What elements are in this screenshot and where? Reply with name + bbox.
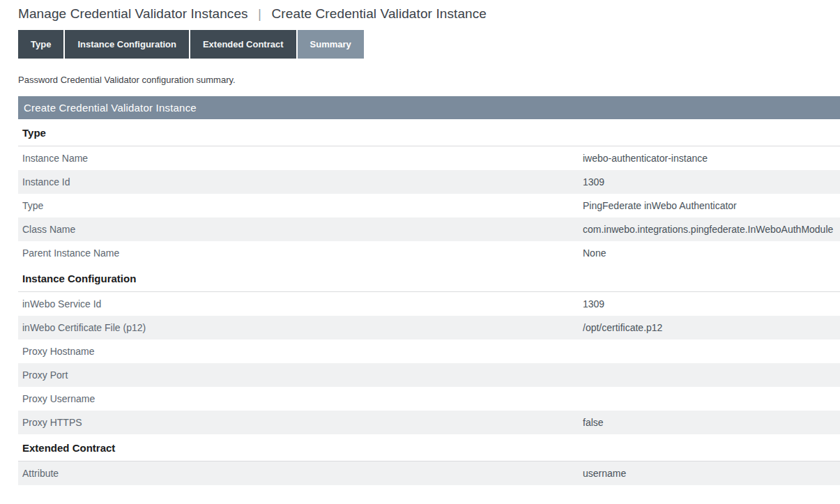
row-value: 1309 — [583, 176, 840, 188]
summary-description: Password Credential Validator configurat… — [18, 75, 840, 85]
wizard-tabs: TypeInstance ConfigurationExtended Contr… — [18, 30, 840, 59]
tab-summary[interactable]: Summary — [298, 30, 364, 59]
table-row: inWebo Service Id1309 — [18, 292, 840, 316]
row-label: Parent Instance Name — [18, 247, 583, 259]
table-row: Class Namecom.inwebo.integrations.pingfe… — [18, 217, 840, 241]
table-row: Proxy HTTPSfalse — [18, 411, 840, 434]
row-value: username — [583, 468, 840, 479]
row-label: Proxy Hostname — [18, 346, 583, 357]
row-label: Instance Id — [18, 176, 583, 188]
row-value: com.inwebo.integrations.pingfederate.InW… — [583, 224, 840, 235]
table-row: Proxy Port — [18, 363, 840, 387]
content-area: Manage Credential Validator Instances | … — [0, 6, 840, 485]
row-label: Instance Name — [18, 153, 583, 164]
row-value: None — [583, 247, 840, 259]
row-value: PingFederate inWebo Authenticator — [583, 200, 840, 211]
tab-type[interactable]: Type — [18, 30, 63, 59]
row-label: inWebo Service Id — [18, 298, 583, 310]
summary-table: TypeInstance Nameiwebo-authenticator-ins… — [18, 119, 840, 485]
page-title: Manage Credential Validator Instances | … — [18, 6, 840, 22]
row-value: false — [583, 417, 840, 428]
table-row: Attributeusername — [18, 461, 840, 485]
section-heading-instance-configuration: Instance Configuration — [18, 265, 840, 292]
table-row: Parent Instance NameNone — [18, 241, 840, 265]
row-label: Class Name — [18, 224, 583, 235]
table-row: Instance Id1309 — [18, 170, 840, 194]
page-title-right: Create Credential Validator Instance — [272, 6, 487, 21]
table-row: Proxy Username — [18, 387, 840, 411]
row-label: Proxy Username — [18, 393, 583, 404]
section-heading-extended-contract: Extended Contract — [18, 434, 840, 461]
section-heading-type: Type — [18, 119, 840, 146]
row-value: iwebo-authenticator-instance — [583, 153, 840, 164]
row-label: inWebo Certificate File (p12) — [18, 322, 583, 333]
table-row: TypePingFederate inWebo Authenticator — [18, 194, 840, 217]
tab-extended-contract[interactable]: Extended Contract — [190, 30, 296, 59]
table-row: Instance Nameiwebo-authenticator-instanc… — [18, 146, 840, 170]
row-value: /opt/certificate.p12 — [583, 322, 840, 333]
row-label: Type — [18, 200, 583, 211]
panel-header: Create Credential Validator Instance — [18, 96, 840, 119]
row-value: 1309 — [583, 298, 840, 310]
table-row: inWebo Certificate File (p12)/opt/certif… — [18, 316, 840, 339]
row-label: Proxy HTTPS — [18, 417, 583, 428]
page-title-left: Manage Credential Validator Instances — [18, 6, 248, 21]
row-label: Proxy Port — [18, 369, 583, 381]
title-separator: | — [258, 6, 261, 21]
row-label: Attribute — [18, 468, 583, 479]
tab-instance-configuration[interactable]: Instance Configuration — [65, 30, 189, 59]
table-row: Proxy Hostname — [18, 339, 840, 363]
